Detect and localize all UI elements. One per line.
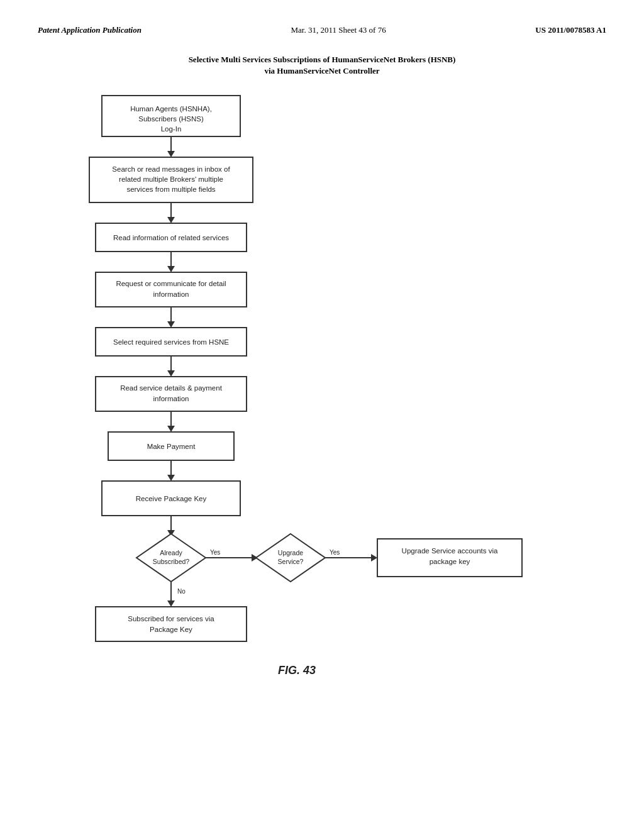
fig-label: FIG. 43 (278, 664, 316, 677)
box3-text: Read information of related services (113, 234, 229, 241)
page: Patent Application Publication Mar. 31, … (0, 0, 644, 830)
box1-text-line1: Human Agents (HSNHA), (130, 105, 212, 113)
arrowhead-yes2 (371, 554, 377, 562)
box2-text2: related multiple Brokers' multiple (119, 175, 223, 183)
page-header: Patent Application Publication Mar. 31, … (38, 25, 606, 35)
flowchart-svg: .svg-box { fill: white; stroke: #333; st… (39, 89, 605, 750)
box1-text-line2: Subscribers (HSNS) (138, 115, 204, 123)
box8-text: Receive Package Key (136, 495, 207, 502)
flowchart-container: .svg-box { fill: white; stroke: #333; st… (38, 89, 606, 750)
box6-rect (96, 377, 247, 411)
box7-text: Make Payment (147, 443, 196, 450)
box6-text2: information (153, 395, 189, 402)
arrowhead3 (167, 266, 175, 272)
arrowhead5 (167, 370, 175, 377)
box5-text: Select required services from HSNE (113, 338, 229, 346)
header-center: Mar. 31, 2011 Sheet 43 of 76 (291, 25, 386, 35)
box4-text2: information (153, 290, 189, 298)
arrowhead2 (167, 217, 175, 223)
box2-text3: services from multiple fields (126, 185, 215, 193)
box1-text-line3: Log-In (161, 125, 182, 133)
box9-text1: Upgrade Service accounts via (402, 547, 498, 555)
yes1-label: Yes (210, 549, 220, 556)
diamond1-text1: Already (160, 549, 182, 556)
arrowhead1 (167, 151, 175, 157)
yes2-label: Yes (330, 549, 340, 556)
box6-text1: Read service details & payment (120, 384, 223, 392)
arrowhead4 (167, 321, 175, 328)
box9-text2: package key (430, 558, 470, 565)
header-right: US 2011/0078583 A1 (535, 25, 606, 35)
box10-text1: Subscribed for services via (128, 615, 214, 622)
no1-label: No (177, 588, 186, 595)
diamond1-text2: Subscribed? (153, 558, 190, 565)
diagram-title: Selective Multi Services Subscriptions o… (38, 54, 606, 77)
arrowhead-no1 (167, 600, 175, 607)
diamond2-text2: Service? (278, 558, 304, 565)
arrowhead6 (167, 426, 175, 432)
box10-text2: Package Key (150, 626, 192, 633)
box10-rect (96, 607, 247, 641)
box4-rect (96, 272, 247, 307)
header-left: Patent Application Publication (38, 25, 142, 35)
diamond2-text1: Upgrade (278, 549, 303, 556)
box2-text1: Search or read messages in inbox of (112, 165, 230, 173)
box4-text1: Request or communicate for detail (116, 280, 226, 287)
arrowhead7 (167, 475, 175, 481)
